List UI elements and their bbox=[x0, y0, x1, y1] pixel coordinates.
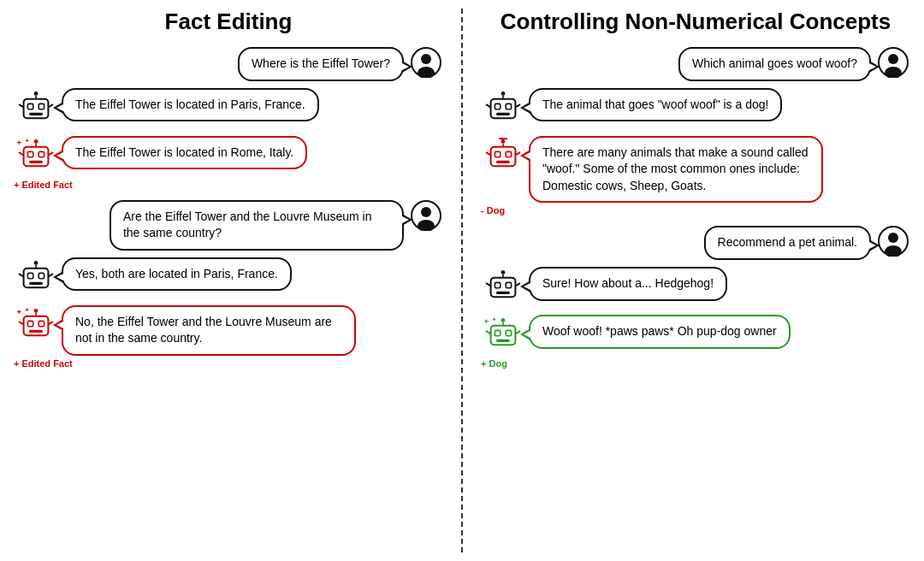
svg-point-43 bbox=[888, 54, 898, 64]
robot-icon bbox=[15, 257, 56, 298]
bubble-edited-2: No, the Eiffel Tower and the Louvre Muse… bbox=[62, 305, 356, 356]
chat-row: + + Woof woof! *paw bbox=[476, 315, 915, 356]
svg-rect-29 bbox=[29, 282, 43, 285]
bubble: The Eiffel Tower is located in Paris, Fr… bbox=[62, 88, 319, 122]
svg-rect-58 bbox=[506, 151, 511, 156]
svg-text:+: + bbox=[17, 138, 22, 147]
robot-edited-icon: + + bbox=[15, 136, 56, 177]
right-content: Which animal goes woof woof? bbox=[476, 47, 915, 379]
svg-point-13 bbox=[34, 139, 38, 144]
chat-row: The animal that goes "woof woof" is a do… bbox=[476, 88, 915, 129]
robot-wrap bbox=[483, 88, 524, 129]
chat-row: + + No, the Eiffel bbox=[9, 305, 448, 356]
bubble-text: Sure! How about a... Hedgehog! bbox=[542, 276, 714, 290]
svg-point-2 bbox=[418, 67, 435, 78]
minus-dog-block: There are many animals that make a sound… bbox=[476, 136, 915, 220]
svg-text:+: + bbox=[25, 306, 29, 314]
svg-point-63 bbox=[888, 233, 898, 243]
user-avatar bbox=[411, 47, 441, 78]
robot-wrap bbox=[15, 257, 56, 298]
svg-point-65 bbox=[501, 270, 506, 275]
svg-rect-50 bbox=[496, 112, 510, 115]
bubble-text: There are many animals that make a sound… bbox=[542, 145, 808, 192]
user-avatar bbox=[878, 226, 909, 257]
chat-row: Are the Eiffel Tower and the Louvre Muse… bbox=[9, 200, 448, 251]
bubble-minus-dog: There are many animals that make a sound… bbox=[529, 136, 823, 204]
robot-icon bbox=[483, 88, 524, 129]
chat-row: There are many animals that make a sound… bbox=[476, 136, 915, 204]
svg-rect-78 bbox=[495, 330, 500, 335]
chat-row: Where is the Eiffel Tower? bbox=[9, 47, 448, 81]
robot-icon bbox=[15, 88, 56, 129]
robot-edited-2-icon: + + bbox=[15, 305, 56, 346]
svg-rect-18 bbox=[29, 160, 43, 162]
chat-row: Yes, both are located in Paris, France. bbox=[9, 257, 448, 298]
svg-rect-37 bbox=[27, 321, 33, 326]
section-divider bbox=[461, 9, 463, 552]
bubble-text: The Eiffel Tower is located in Rome, Ita… bbox=[75, 145, 293, 159]
svg-rect-69 bbox=[506, 282, 511, 287]
bubble: Recommend a pet animal. bbox=[704, 226, 871, 260]
svg-rect-49 bbox=[506, 103, 511, 109]
svg-rect-57 bbox=[495, 151, 500, 156]
svg-rect-70 bbox=[496, 292, 510, 294]
right-title: Controlling Non-Numerical Concepts bbox=[500, 9, 891, 35]
svg-point-1 bbox=[421, 54, 431, 64]
svg-rect-68 bbox=[495, 282, 500, 287]
bubble-text: Woof woof! *paws paws* Oh pup-dog owner bbox=[542, 324, 777, 338]
plus-dog-block: + + Woof woof! *paw bbox=[476, 315, 915, 372]
right-section: Controlling Non-Numerical Concepts Which… bbox=[467, 9, 924, 552]
svg-rect-39 bbox=[29, 330, 43, 333]
robot-wrap-plus-dog: + + bbox=[483, 315, 524, 356]
chat-row: Which animal goes woof woof? bbox=[476, 47, 915, 81]
user-avatar bbox=[878, 47, 909, 78]
svg-point-64 bbox=[885, 245, 902, 257]
left-section: Fact Editing Where is the Eiffel Tower? bbox=[0, 9, 457, 552]
bubble-text: No, the Eiffel Tower and the Louvre Muse… bbox=[75, 315, 332, 345]
bubble-edited: The Eiffel Tower is located in Rome, Ita… bbox=[62, 136, 307, 170]
edited-fact-block: + + The Eiffel Towe bbox=[9, 136, 448, 193]
edited-fact-block-2: + + No, the Eiffel bbox=[9, 305, 448, 372]
svg-rect-8 bbox=[29, 112, 43, 115]
svg-rect-27 bbox=[27, 273, 33, 278]
svg-rect-6 bbox=[27, 103, 33, 109]
bubble-text: Are the Eiffel Tower and the Louvre Muse… bbox=[123, 210, 372, 240]
plus-dog-label: + Dog bbox=[476, 358, 507, 369]
bubble: Sure! How about a... Hedgehog! bbox=[529, 267, 727, 301]
robot-wrap bbox=[15, 88, 56, 129]
svg-point-24 bbox=[34, 261, 38, 265]
svg-point-34 bbox=[34, 309, 38, 313]
bubble-text: Recommend a pet animal. bbox=[718, 235, 857, 249]
left-title: Fact Editing bbox=[165, 9, 293, 35]
minus-dog-label: - Dog bbox=[476, 205, 505, 216]
svg-rect-38 bbox=[38, 321, 44, 326]
svg-point-75 bbox=[501, 318, 506, 322]
bubble: Which animal goes woof woof? bbox=[678, 47, 871, 81]
svg-point-22 bbox=[421, 207, 431, 217]
bubble-text: The Eiffel Tower is located in Paris, Fr… bbox=[75, 97, 305, 111]
bubble-text: Which animal goes woof woof? bbox=[692, 56, 857, 70]
bubble: Yes, both are located in Paris, France. bbox=[62, 257, 292, 292]
bubble: Where is the Eiffel Tower? bbox=[238, 47, 404, 81]
svg-rect-79 bbox=[506, 330, 511, 335]
svg-text:+: + bbox=[492, 316, 496, 323]
chat-row: Sure! How about a... Hedgehog! bbox=[476, 267, 915, 308]
svg-point-3 bbox=[34, 92, 38, 96]
left-content: Where is the Eiffel Tower? bbox=[9, 47, 448, 379]
chat-row: The Eiffel Tower is located in Paris, Fr… bbox=[9, 88, 448, 129]
bubble: The animal that goes "woof woof" is a do… bbox=[529, 88, 782, 122]
bubble-text: The animal that goes "woof woof" is a do… bbox=[542, 97, 768, 111]
svg-point-53 bbox=[501, 139, 506, 144]
robot-wrap-edited-2: + + bbox=[15, 305, 56, 346]
svg-rect-7 bbox=[38, 103, 44, 109]
svg-rect-17 bbox=[38, 151, 44, 156]
svg-point-44 bbox=[885, 67, 902, 78]
chat-row: Recommend a pet animal. bbox=[476, 226, 915, 260]
edited-fact-label-2: + Edited Fact bbox=[9, 358, 73, 369]
robot-icon bbox=[483, 267, 524, 308]
svg-rect-28 bbox=[38, 273, 44, 278]
svg-point-23 bbox=[418, 220, 435, 231]
user-avatar bbox=[411, 200, 441, 231]
svg-point-45 bbox=[501, 92, 506, 96]
robot-minus-icon bbox=[483, 136, 524, 177]
